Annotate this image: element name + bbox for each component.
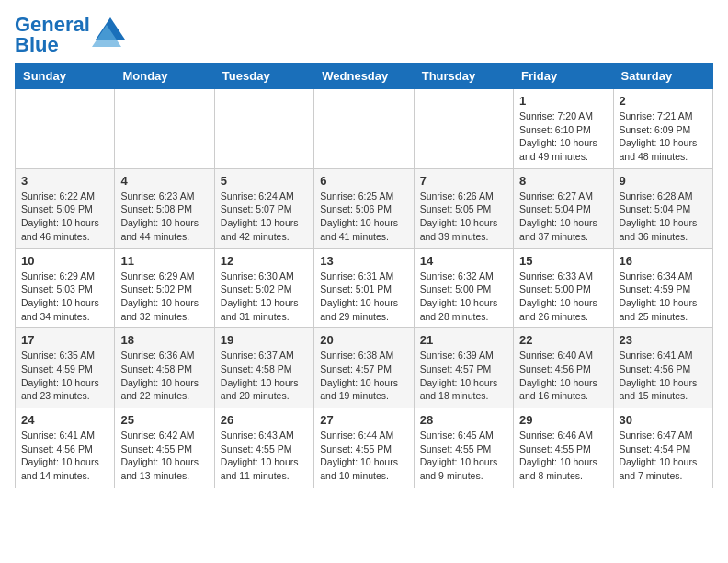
week-row-3: 10Sunrise: 6:29 AM Sunset: 5:03 PM Dayli… xyxy=(16,248,713,328)
day-info: Sunrise: 6:30 AM Sunset: 5:02 PM Dayligh… xyxy=(221,270,308,324)
day-cell: 26Sunrise: 6:43 AM Sunset: 4:55 PM Dayli… xyxy=(214,408,313,488)
day-cell: 4Sunrise: 6:23 AM Sunset: 5:08 PM Daylig… xyxy=(115,168,214,248)
week-row-1: 1Sunrise: 7:20 AM Sunset: 6:10 PM Daylig… xyxy=(16,89,713,169)
day-info: Sunrise: 7:20 AM Sunset: 6:10 PM Dayligh… xyxy=(519,109,607,164)
day-info: Sunrise: 6:25 AM Sunset: 5:06 PM Dayligh… xyxy=(320,190,407,244)
calendar-body: 1Sunrise: 7:20 AM Sunset: 6:10 PM Daylig… xyxy=(16,89,713,488)
day-info: Sunrise: 6:41 AM Sunset: 4:56 PM Dayligh… xyxy=(620,349,707,403)
day-info: Sunrise: 6:27 AM Sunset: 5:04 PM Dayligh… xyxy=(519,190,607,244)
day-cell: 13Sunrise: 6:31 AM Sunset: 5:01 PM Dayli… xyxy=(314,248,414,328)
day-cell: 3Sunrise: 6:22 AM Sunset: 5:09 PM Daylig… xyxy=(16,168,115,248)
day-info: Sunrise: 6:44 AM Sunset: 4:55 PM Dayligh… xyxy=(320,429,407,483)
day-number: 21 xyxy=(420,333,507,347)
weekday-row: SundayMondayTuesdayWednesdayThursdayFrid… xyxy=(16,63,713,89)
day-cell: 18Sunrise: 6:36 AM Sunset: 4:58 PM Dayli… xyxy=(115,328,214,408)
day-info: Sunrise: 6:22 AM Sunset: 5:09 PM Dayligh… xyxy=(21,190,108,244)
day-info: Sunrise: 6:38 AM Sunset: 4:57 PM Dayligh… xyxy=(320,349,407,403)
day-number: 1 xyxy=(519,94,607,108)
day-info: Sunrise: 6:35 AM Sunset: 4:59 PM Dayligh… xyxy=(21,349,108,403)
day-cell: 9Sunrise: 6:28 AM Sunset: 5:04 PM Daylig… xyxy=(613,168,712,248)
day-number: 6 xyxy=(320,174,407,188)
day-info: Sunrise: 6:24 AM Sunset: 5:07 PM Dayligh… xyxy=(221,190,308,244)
day-info: Sunrise: 6:23 AM Sunset: 5:08 PM Dayligh… xyxy=(120,190,208,244)
day-info: Sunrise: 6:29 AM Sunset: 5:03 PM Dayligh… xyxy=(21,270,108,324)
day-info: Sunrise: 6:41 AM Sunset: 4:56 PM Dayligh… xyxy=(21,429,108,483)
day-number: 28 xyxy=(420,413,507,427)
day-cell: 14Sunrise: 6:32 AM Sunset: 5:00 PM Dayli… xyxy=(414,248,513,328)
day-info: Sunrise: 6:33 AM Sunset: 5:00 PM Dayligh… xyxy=(519,270,607,324)
week-row-2: 3Sunrise: 6:22 AM Sunset: 5:09 PM Daylig… xyxy=(16,168,713,248)
day-info: Sunrise: 6:46 AM Sunset: 4:55 PM Dayligh… xyxy=(519,429,607,483)
day-info: Sunrise: 6:42 AM Sunset: 4:55 PM Dayligh… xyxy=(120,429,208,483)
day-info: Sunrise: 6:37 AM Sunset: 4:58 PM Dayligh… xyxy=(221,349,308,403)
day-cell: 10Sunrise: 6:29 AM Sunset: 5:03 PM Dayli… xyxy=(16,248,115,328)
logo: General Blue xyxy=(15,15,125,55)
day-info: Sunrise: 7:21 AM Sunset: 6:09 PM Dayligh… xyxy=(620,109,707,164)
day-cell: 30Sunrise: 6:47 AM Sunset: 4:54 PM Dayli… xyxy=(613,408,712,488)
day-cell: 29Sunrise: 6:46 AM Sunset: 4:55 PM Dayli… xyxy=(514,408,613,488)
day-cell xyxy=(16,89,115,169)
day-info: Sunrise: 6:43 AM Sunset: 4:55 PM Dayligh… xyxy=(221,429,308,483)
day-cell: 11Sunrise: 6:29 AM Sunset: 5:02 PM Dayli… xyxy=(115,248,214,328)
day-cell: 25Sunrise: 6:42 AM Sunset: 4:55 PM Dayli… xyxy=(115,408,214,488)
day-number: 13 xyxy=(320,254,407,268)
day-cell xyxy=(214,89,313,169)
day-cell: 6Sunrise: 6:25 AM Sunset: 5:06 PM Daylig… xyxy=(314,168,414,248)
day-number: 27 xyxy=(320,413,407,427)
day-cell xyxy=(414,89,513,169)
day-info: Sunrise: 6:32 AM Sunset: 5:00 PM Dayligh… xyxy=(420,270,507,324)
day-info: Sunrise: 6:26 AM Sunset: 5:05 PM Dayligh… xyxy=(420,190,507,244)
day-info: Sunrise: 6:39 AM Sunset: 4:57 PM Dayligh… xyxy=(420,349,507,403)
day-cell: 1Sunrise: 7:20 AM Sunset: 6:10 PM Daylig… xyxy=(514,89,613,169)
day-cell: 12Sunrise: 6:30 AM Sunset: 5:02 PM Dayli… xyxy=(214,248,313,328)
day-info: Sunrise: 6:45 AM Sunset: 4:55 PM Dayligh… xyxy=(420,429,507,483)
day-number: 14 xyxy=(420,254,507,268)
day-cell: 8Sunrise: 6:27 AM Sunset: 5:04 PM Daylig… xyxy=(514,168,613,248)
day-number: 2 xyxy=(620,94,707,108)
week-row-5: 24Sunrise: 6:41 AM Sunset: 4:56 PM Dayli… xyxy=(16,408,713,488)
day-cell: 2Sunrise: 7:21 AM Sunset: 6:09 PM Daylig… xyxy=(613,89,712,169)
day-number: 4 xyxy=(120,174,208,188)
day-number: 18 xyxy=(120,333,208,347)
day-cell: 24Sunrise: 6:41 AM Sunset: 4:56 PM Dayli… xyxy=(16,408,115,488)
day-number: 15 xyxy=(519,254,607,268)
day-info: Sunrise: 6:31 AM Sunset: 5:01 PM Dayligh… xyxy=(320,270,407,324)
day-number: 24 xyxy=(21,413,108,427)
day-number: 23 xyxy=(620,333,707,347)
day-number: 16 xyxy=(620,254,707,268)
day-number: 9 xyxy=(620,174,707,188)
day-info: Sunrise: 6:34 AM Sunset: 4:59 PM Dayligh… xyxy=(620,270,707,324)
week-row-4: 17Sunrise: 6:35 AM Sunset: 4:59 PM Dayli… xyxy=(16,328,713,408)
day-cell xyxy=(115,89,214,169)
logo-text: General Blue xyxy=(15,15,90,55)
day-cell: 5Sunrise: 6:24 AM Sunset: 5:07 PM Daylig… xyxy=(214,168,313,248)
day-cell: 17Sunrise: 6:35 AM Sunset: 4:59 PM Dayli… xyxy=(16,328,115,408)
day-number: 26 xyxy=(221,413,308,427)
day-number: 30 xyxy=(620,413,707,427)
day-cell: 15Sunrise: 6:33 AM Sunset: 5:00 PM Dayli… xyxy=(514,248,613,328)
day-info: Sunrise: 6:40 AM Sunset: 4:56 PM Dayligh… xyxy=(519,349,607,403)
day-number: 10 xyxy=(21,254,108,268)
day-number: 29 xyxy=(519,413,607,427)
day-cell: 7Sunrise: 6:26 AM Sunset: 5:05 PM Daylig… xyxy=(414,168,513,248)
day-number: 19 xyxy=(221,333,308,347)
day-info: Sunrise: 6:29 AM Sunset: 5:02 PM Dayligh… xyxy=(120,270,208,324)
day-cell: 22Sunrise: 6:40 AM Sunset: 4:56 PM Dayli… xyxy=(514,328,613,408)
logo-icon xyxy=(92,14,125,47)
calendar-header: SundayMondayTuesdayWednesdayThursdayFrid… xyxy=(16,63,713,89)
calendar: SundayMondayTuesdayWednesdayThursdayFrid… xyxy=(15,63,713,488)
day-cell: 23Sunrise: 6:41 AM Sunset: 4:56 PM Dayli… xyxy=(613,328,712,408)
page-header: General Blue xyxy=(15,15,713,55)
weekday-header-monday: Monday xyxy=(115,63,214,89)
weekday-header-sunday: Sunday xyxy=(16,63,115,89)
day-info: Sunrise: 6:47 AM Sunset: 4:54 PM Dayligh… xyxy=(620,429,707,483)
day-number: 12 xyxy=(221,254,308,268)
day-number: 8 xyxy=(519,174,607,188)
day-number: 25 xyxy=(120,413,208,427)
logo-blue: Blue xyxy=(15,33,59,56)
weekday-header-friday: Friday xyxy=(514,63,613,89)
day-info: Sunrise: 6:36 AM Sunset: 4:58 PM Dayligh… xyxy=(120,349,208,403)
day-number: 22 xyxy=(519,333,607,347)
day-number: 17 xyxy=(21,333,108,347)
weekday-header-tuesday: Tuesday xyxy=(214,63,313,89)
